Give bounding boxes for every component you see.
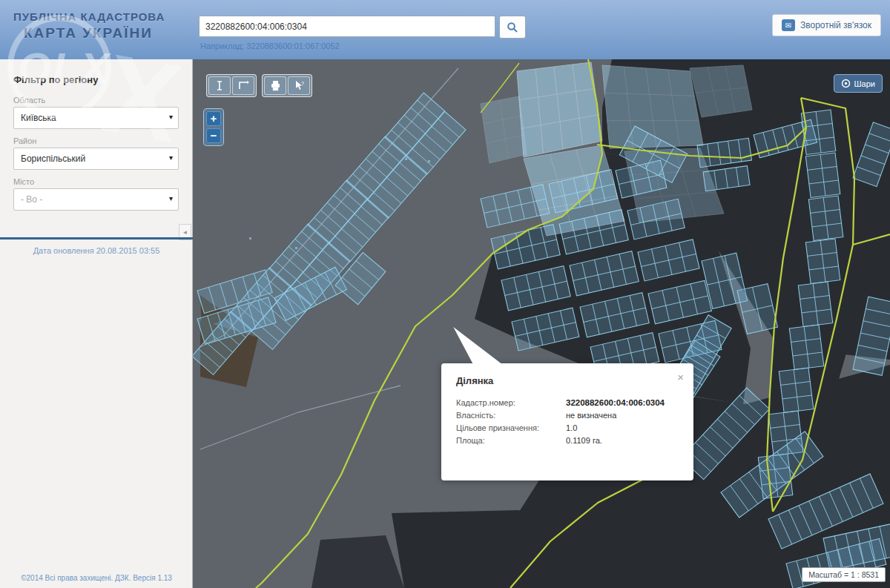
row-value: не визначена xyxy=(566,409,616,422)
row-label: Площа: xyxy=(456,435,566,447)
cadastral-map[interactable] xyxy=(193,59,890,588)
popup-row-area: Площа: 0.1109 га. xyxy=(456,435,693,447)
search-input[interactable] xyxy=(199,16,495,37)
popup-rows: Кадастр.номер: 3220882600:04:006:0304 Вл… xyxy=(441,386,693,447)
search-example-hint: Наприклад: 3220883600:01:067:0052 xyxy=(200,42,340,50)
misto-value: - Во - xyxy=(21,194,42,205)
print-icon xyxy=(270,80,281,91)
envelope-icon: ✉ xyxy=(782,19,795,31)
popup-row-purpose: Цільове призначення: 1.0 xyxy=(456,422,693,435)
row-label: Власність: xyxy=(456,409,566,422)
feedback-button[interactable]: ✉ Зворотній зв'язок xyxy=(772,14,881,36)
logo-line1: ПУБЛІЧНА КАДАСТРОВА xyxy=(13,10,165,24)
search-bar xyxy=(199,16,526,38)
identify-button[interactable]: ? xyxy=(288,76,310,95)
popup-row-cadastral-number: Кадастр.номер: 3220882600:04:006:0304 xyxy=(456,397,693,409)
site-logo: ПУБЛІЧНА КАДАСТРОВА КАРТА УКРАЇНИ xyxy=(13,10,165,42)
chevron-down-icon: ▾ xyxy=(169,194,173,202)
print-button[interactable] xyxy=(264,76,286,95)
measure-area-button[interactable] xyxy=(232,76,254,95)
zoom-in-button[interactable]: + xyxy=(206,111,221,126)
scale-indicator: Масштаб = 1 : 8531 xyxy=(802,567,886,582)
zoom-control: + − xyxy=(203,108,224,146)
chevron-down-icon: ▾ xyxy=(169,153,173,162)
measure-area-icon xyxy=(238,80,249,91)
row-value: 0.1109 га. xyxy=(566,435,602,447)
rayon-value: Бориспільський xyxy=(21,153,85,164)
rayon-label: Район xyxy=(0,129,192,148)
zoom-out-button[interactable]: − xyxy=(206,128,221,143)
header-bar: ПУБЛІЧНА КАДАСТРОВА КАРТА УКРАЇНИ Наприк… xyxy=(0,0,890,59)
popup-title: Ділянка xyxy=(441,363,693,386)
oblast-select[interactable]: Київська ▾ xyxy=(13,107,179,129)
map-container: ? + − Шари Масштаб = 1 : 8531 × Ділянка xyxy=(193,59,890,588)
logo-line2: КАРТА УКРАЇНИ xyxy=(13,24,165,42)
parcel-info-popup: × Ділянка Кадастр.номер: 3220882600:04:0… xyxy=(441,363,693,480)
svg-text:?: ? xyxy=(301,81,304,86)
chevron-down-icon: ▾ xyxy=(169,113,173,121)
misto-select[interactable]: - Во - ▾ xyxy=(13,188,179,211)
measure-distance-button[interactable] xyxy=(208,76,231,95)
app-window: ПУБЛІЧНА КАДАСТРОВА КАРТА УКРАЇНИ Наприк… xyxy=(0,0,890,588)
search-button[interactable] xyxy=(499,16,526,39)
close-icon[interactable]: × xyxy=(677,371,684,383)
map-toolbar: ? xyxy=(206,74,312,97)
layers-icon xyxy=(841,79,851,88)
misto-label: Місто xyxy=(0,170,192,188)
sidebar-separator xyxy=(0,237,193,240)
measure-distance-icon xyxy=(214,80,225,91)
popup-row-ownership: Власність: не визначена xyxy=(456,409,693,422)
oblast-label: Область xyxy=(0,88,192,107)
filter-title: Фільтр по регіону xyxy=(0,59,192,88)
output-tool-group: ? xyxy=(262,74,312,97)
rayon-select[interactable]: Бориспільський ▾ xyxy=(13,148,179,170)
copyright-label: ©2014 Всі права захищені. ДЗК. Версія 1.… xyxy=(0,574,193,582)
oblast-value: Київська xyxy=(21,113,56,123)
collapse-arrow-icon: ◄ xyxy=(182,229,188,236)
search-icon xyxy=(507,22,518,33)
region-filter-sidebar: Фільтр по регіону Область Київська ▾ Рай… xyxy=(0,59,193,588)
row-label: Цільове призначення: xyxy=(456,422,566,435)
row-value: 1.0 xyxy=(566,422,577,435)
row-label: Кадастр.номер: xyxy=(456,397,566,409)
layers-label: Шари xyxy=(854,79,875,88)
layers-button[interactable]: Шари xyxy=(834,74,883,93)
measure-tool-group xyxy=(206,74,257,97)
feedback-label: Зворотній зв'язок xyxy=(800,20,871,30)
row-value: 3220882600:04:006:0304 xyxy=(566,397,665,409)
identify-cursor-icon: ? xyxy=(294,80,305,91)
data-updated-label: Дата оновлення 20.08.2015 03:55 xyxy=(0,246,193,255)
